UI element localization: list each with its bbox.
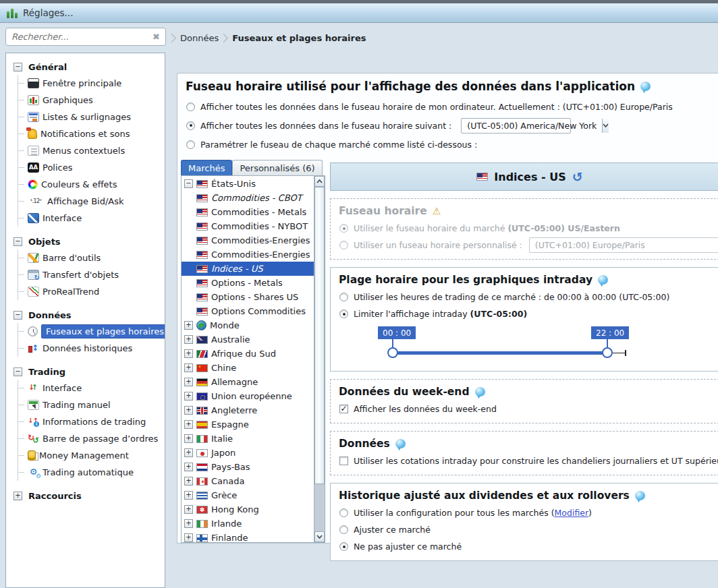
- sidebar-item-fen-tre-principale[interactable]: Fenêtre principale: [18, 75, 165, 92]
- sidebar-item-prorealtrend[interactable]: ProRealTrend: [18, 283, 165, 300]
- breadcrumb-donnees[interactable]: Données: [180, 33, 219, 43]
- clear-search-icon[interactable]: ✖: [153, 32, 160, 42]
- market-item-chine[interactable]: +Chine: [182, 361, 314, 375]
- market-item-options-metals[interactable]: Options - Metals: [182, 276, 314, 290]
- expand-icon[interactable]: +: [184, 463, 193, 471]
- radio-global-config[interactable]: Utiliser la configuration pour tous les …: [339, 504, 718, 521]
- expand-icon[interactable]: +: [184, 321, 193, 330]
- tab-marches[interactable]: Marchés: [181, 160, 232, 175]
- help-bubble-icon[interactable]: [640, 82, 651, 91]
- sidebar-item-donn-es-historiques[interactable]: Données historiques: [18, 340, 165, 357]
- custom-timezone-dropdown[interactable]: (UTC+01:00) Europe/Paris: [529, 237, 718, 253]
- sidebar-item-graphiques[interactable]: Graphiques: [18, 92, 165, 109]
- sidebar-item-polices[interactable]: AAPolices: [18, 159, 165, 176]
- radio-adjust-market[interactable]: Ajuster ce marché: [339, 521, 718, 538]
- sidebar-item-interface[interactable]: Interface: [18, 380, 165, 396]
- radio-limit-intraday[interactable]: Limiter l'affichage intraday (UTC-05:00): [339, 305, 718, 322]
- help-bubble-icon[interactable]: [475, 387, 485, 396]
- market-item-pays-bas[interactable]: +Pays-Bas: [182, 460, 314, 474]
- radio-market-trading-hours[interactable]: Utiliser les heures de trading de ce mar…: [339, 289, 718, 305]
- sidebar-item-transfert-d-objets[interactable]: Transfert d'objets: [18, 266, 165, 283]
- market-item-espagne[interactable]: +Espagne: [182, 417, 314, 432]
- market-item-allemagne[interactable]: +Allemagne: [182, 375, 314, 389]
- slider-end-handle[interactable]: [602, 347, 613, 358]
- sidebar-item-notifications-et-sons[interactable]: Notifications et sons: [18, 125, 165, 142]
- radio-no-adjust-market[interactable]: Ne pas ajuster ce marché: [339, 538, 718, 555]
- help-bubble-icon[interactable]: [635, 491, 645, 500]
- expand-icon[interactable]: +: [184, 335, 193, 344]
- market-item-irlande[interactable]: +Irlande: [182, 517, 314, 531]
- market-item-canada[interactable]: +Canada: [182, 474, 314, 488]
- market-item-monde[interactable]: +Monde: [182, 318, 314, 332]
- expand-icon[interactable]: +: [184, 434, 193, 443]
- modify-link[interactable]: Modifier: [555, 508, 589, 518]
- tree-section-header[interactable]: −Trading: [6, 363, 165, 380]
- slider-track[interactable]: [393, 351, 607, 355]
- expand-icon[interactable]: +: [184, 420, 193, 429]
- expand-icon[interactable]: +: [184, 505, 193, 514]
- expand-icon[interactable]: +: [184, 533, 193, 542]
- market-item-commodities-energies[interactable]: Commodities-Energies: [182, 233, 314, 247]
- sidebar-item-listes-surlignages[interactable]: Listes & surlignages: [18, 109, 165, 125]
- market-item-options-commodities[interactable]: Options Commodities: [182, 304, 314, 318]
- scrollbar-thumb[interactable]: [314, 187, 325, 484]
- expand-icon[interactable]: +: [184, 378, 193, 386]
- tree-section-header[interactable]: +Raccourcis: [6, 488, 165, 504]
- market-item-commodities-energies[interactable]: Commodities-Energies: [182, 247, 314, 262]
- market-item-italie[interactable]: +Italie: [182, 432, 314, 446]
- scroll-down-button[interactable]: [314, 531, 325, 542]
- radio-custom-timezone[interactable]: Utiliser un fuseau horaire personnalisé …: [339, 237, 718, 254]
- tree-section-header[interactable]: −Général: [6, 59, 165, 75]
- dropdown-arrow-button[interactable]: [602, 119, 609, 133]
- expand-icon[interactable]: +: [184, 491, 193, 500]
- market-item-commodities-nybot[interactable]: Commodities - NYBOT: [182, 219, 314, 233]
- collapse-icon[interactable]: −: [13, 368, 22, 376]
- scroll-up-button[interactable]: [314, 176, 325, 187]
- sidebar-item-barre-d-outils[interactable]: Barre d'outils: [18, 249, 165, 266]
- radio-following-timezone[interactable]: Afficher toutes les données dans le fuse…: [177, 116, 718, 135]
- sidebar-item-fuseaux-et-plages-horaires[interactable]: Fuseaux et plages horaires: [18, 323, 165, 340]
- slider-start-handle[interactable]: [387, 347, 398, 358]
- sidebar-item-informations-de-trading[interactable]: Informations de trading: [18, 413, 165, 430]
- sidebar-item-money-management[interactable]: Money Management: [18, 447, 165, 464]
- checkbox-intraday-quotes[interactable]: Utiliser les cotations intraday pour con…: [339, 452, 718, 469]
- expand-icon[interactable]: +: [184, 363, 193, 372]
- market-item--tats-unis[interactable]: −États-Unis: [182, 177, 314, 191]
- expand-icon[interactable]: +: [13, 492, 22, 500]
- market-item-angleterre[interactable]: +Angleterre: [182, 403, 314, 417]
- help-bubble-icon[interactable]: [395, 439, 406, 448]
- sidebar-item-trading-automatique[interactable]: ⚙Trading automatique: [18, 464, 165, 481]
- sidebar-item-couleurs-effets[interactable]: Couleurs & effets: [18, 176, 165, 193]
- expand-icon[interactable]: +: [184, 349, 193, 358]
- collapse-icon[interactable]: −: [13, 237, 22, 246]
- market-item-hong-kong[interactable]: +Hong Kong: [182, 502, 314, 517]
- markets-scrollbar[interactable]: [314, 176, 325, 542]
- tree-section-header[interactable]: −Objets: [6, 233, 165, 249]
- expand-icon[interactable]: +: [184, 519, 193, 528]
- market-item-japon[interactable]: +Japon: [182, 446, 314, 460]
- sidebar-item-trading-manuel[interactable]: Trading manuel: [18, 396, 165, 413]
- collapse-icon[interactable]: −: [184, 179, 193, 188]
- radio-per-market-timezone[interactable]: Paramétrer le fuseau de chaque marché co…: [177, 135, 718, 154]
- search-input[interactable]: [11, 32, 153, 42]
- sidebar-item-barre-de-passage-d-ordres[interactable]: Barre de passage d’ordres: [18, 430, 165, 447]
- collapse-icon[interactable]: −: [13, 63, 22, 71]
- sidebar-item-menus-contextuels[interactable]: Menus contextuels: [18, 142, 165, 159]
- radio-computer-timezone[interactable]: Afficher toutes les données dans le fuse…: [177, 97, 718, 116]
- market-item-finlande[interactable]: +Finlande: [182, 531, 314, 543]
- expand-icon[interactable]: +: [184, 392, 193, 401]
- expand-icon[interactable]: +: [184, 477, 193, 486]
- expand-icon[interactable]: +: [184, 448, 193, 457]
- checkbox-show-weekend-data[interactable]: Afficher les données du week-end: [339, 401, 718, 417]
- tree-section-header[interactable]: −Données: [6, 307, 165, 323]
- collapse-icon[interactable]: −: [13, 311, 22, 320]
- tab-personnalises[interactable]: Personnalisés (6): [232, 160, 322, 175]
- timezone-dropdown[interactable]: (UTC-05:00) America/New York: [461, 118, 571, 134]
- market-item-gr-ce[interactable]: +Grèce: [182, 488, 314, 502]
- help-bubble-icon[interactable]: [598, 275, 608, 285]
- sidebar-item-affichage-bid-ask[interactable]: ¹.12⁰Affichage Bid/Ask: [18, 193, 165, 210]
- radio-market-timezone[interactable]: Utiliser le fuseau horaire du marché (UT…: [339, 220, 718, 237]
- market-item-commodities-cbot[interactable]: Commodities - CBOT: [182, 191, 314, 205]
- expand-icon[interactable]: +: [184, 406, 193, 415]
- market-item-afrique-du-sud[interactable]: +Afrique du Sud: [182, 347, 314, 361]
